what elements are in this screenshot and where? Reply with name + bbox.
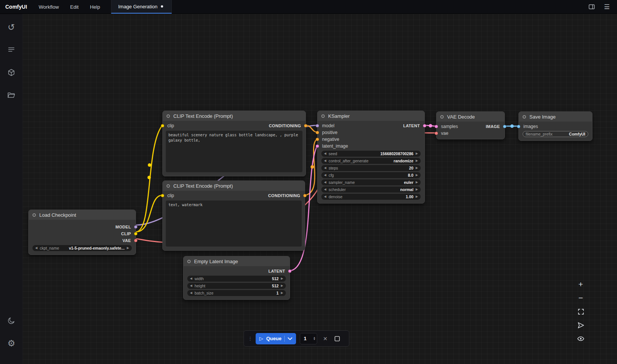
node-library-cube-icon[interactable]: [4, 65, 19, 80]
increment-arrow-icon[interactable]: ▶: [416, 181, 418, 184]
app-logo[interactable]: ComfyUI: [0, 0, 33, 14]
node-header[interactable]: CLIP Text Encode (Prompt): [163, 181, 305, 191]
increment-arrow-icon[interactable]: ▶: [281, 292, 283, 295]
settings-gear-icon[interactable]: ⚙: [4, 336, 19, 350]
collapse-toggle[interactable]: [167, 184, 170, 188]
clear-queue-icon[interactable]: ✕: [321, 335, 329, 343]
collapse-toggle[interactable]: [187, 260, 191, 263]
input-dot-latent-image[interactable]: [316, 145, 319, 148]
collapse-toggle[interactable]: [523, 115, 526, 119]
fit-view-icon[interactable]: [576, 307, 585, 316]
output-dot-conditioning[interactable]: [304, 124, 307, 128]
decrement-arrow-icon[interactable]: ◀: [324, 174, 326, 177]
node-clip-text-encode-positive[interactable]: CLIP Text Encode (Prompt) clip CONDITION…: [162, 111, 306, 176]
decrement-arrow-icon[interactable]: ◀: [35, 247, 37, 250]
widget-width[interactable]: ◀ width 512 ▶: [187, 276, 286, 282]
log-list-icon[interactable]: [4, 43, 19, 57]
node-header[interactable]: Load Checkpoint: [29, 210, 136, 220]
decrement-arrow-icon[interactable]: ◀: [324, 167, 326, 170]
zoom-in-icon[interactable]: +: [576, 280, 585, 289]
select-mode-arrow-icon[interactable]: [576, 321, 585, 330]
widget-ckpt-name[interactable]: ◀ ckpt_name v1-5-pruned-emaonly.safete..…: [32, 245, 132, 251]
batch-count-input[interactable]: 1 ▴ ▾: [300, 333, 317, 344]
node-vae-decode[interactable]: VAE Decode samples IMAGE vae: [436, 111, 505, 139]
output-dot-latent[interactable]: [288, 270, 292, 273]
node-header[interactable]: KSampler: [318, 111, 424, 121]
collapse-toggle[interactable]: [32, 213, 36, 217]
node-header[interactable]: CLIP Text Encode (Prompt): [163, 111, 305, 121]
input-dot-clip[interactable]: [161, 194, 164, 197]
node-canvas[interactable]: Load Checkpoint MODEL CLIP VAE ◀: [23, 14, 617, 364]
toggle-visibility-eye-icon[interactable]: [576, 334, 585, 343]
collapse-toggle[interactable]: [321, 114, 325, 118]
increment-arrow-icon[interactable]: ▶: [416, 159, 418, 162]
decrement-arrow-icon[interactable]: ◀: [324, 181, 326, 184]
tab-image-generation[interactable]: Image Generation: [111, 0, 172, 14]
decrement-arrow-icon[interactable]: ◀: [190, 292, 192, 295]
prompt-textarea[interactable]: text, watermark: [166, 201, 302, 247]
prompt-textarea[interactable]: beautiful scenery nature glass bottle la…: [166, 131, 302, 172]
widget-control-after-generate[interactable]: ◀ control_after_generate randomize ▶: [321, 158, 421, 164]
decrement-arrow-icon[interactable]: ◀: [190, 277, 192, 280]
widget-steps[interactable]: ◀ steps 20 ▶: [321, 165, 421, 171]
step-down-icon[interactable]: ▾: [313, 339, 315, 341]
decrement-arrow-icon[interactable]: ◀: [324, 159, 326, 162]
zoom-out-icon[interactable]: −: [576, 293, 585, 302]
decrement-arrow-icon[interactable]: ◀: [324, 195, 326, 198]
output-dot-model[interactable]: [134, 225, 137, 229]
workflows-folder-icon[interactable]: [4, 88, 19, 102]
queue-button[interactable]: ▷ Queue: [256, 333, 296, 344]
menu-help[interactable]: Help: [84, 0, 106, 14]
increment-arrow-icon[interactable]: ▶: [416, 195, 418, 198]
widget-filename-prefix[interactable]: filename_prefix ComfyUI: [523, 131, 588, 137]
widget-height[interactable]: ◀ height 512 ▶: [187, 283, 286, 289]
output-dot-image[interactable]: [503, 125, 506, 128]
node-header[interactable]: VAE Decode: [437, 112, 504, 122]
widget-seed[interactable]: ◀ seed 156680208700286 ▶: [321, 151, 421, 157]
increment-arrow-icon[interactable]: ▶: [281, 284, 283, 287]
output-dot-clip[interactable]: [134, 232, 137, 236]
input-dot-model[interactable]: [316, 124, 319, 128]
increment-arrow-icon[interactable]: ▶: [416, 174, 418, 177]
chevron-down-icon[interactable]: [288, 337, 292, 340]
increment-arrow-icon[interactable]: ▶: [416, 167, 418, 170]
widget-batch-size[interactable]: ◀ batch_size 1 ▶: [187, 290, 286, 296]
input-dot-samples[interactable]: [435, 125, 438, 128]
input-dot-clip[interactable]: [161, 124, 164, 128]
node-empty-latent-image[interactable]: Empty Latent Image LATENT ◀ width 512 ▶ …: [183, 256, 290, 300]
stop-icon[interactable]: [333, 335, 341, 343]
decrement-arrow-icon[interactable]: ◀: [324, 152, 326, 155]
widget-denoise[interactable]: ◀ denoise 1.00 ▶: [321, 194, 421, 200]
decrement-arrow-icon[interactable]: ◀: [324, 188, 326, 191]
drag-handle-icon[interactable]: ⋮: [248, 336, 252, 341]
input-dot-negative[interactable]: [316, 138, 319, 141]
node-header[interactable]: Save Image: [519, 112, 592, 122]
node-clip-text-encode-negative[interactable]: CLIP Text Encode (Prompt) clip CONDITION…: [162, 180, 305, 251]
hamburger-menu-icon[interactable]: ☰: [602, 2, 612, 12]
input-dot-images[interactable]: [517, 125, 520, 128]
node-header[interactable]: Empty Latent Image: [184, 256, 290, 266]
output-dot-latent[interactable]: [423, 124, 426, 128]
node-save-image[interactable]: Save Image images filename_prefix ComfyU…: [518, 111, 592, 141]
widget-cfg[interactable]: ◀ cfg 8.0 ▶: [321, 172, 421, 178]
node-load-checkpoint[interactable]: Load Checkpoint MODEL CLIP VAE ◀: [28, 210, 136, 255]
collapse-toggle[interactable]: [440, 115, 444, 119]
output-dot-conditioning[interactable]: [303, 194, 307, 197]
theme-moon-icon[interactable]: [4, 313, 19, 328]
widget-scheduler[interactable]: ◀ scheduler normal ▶: [321, 187, 421, 193]
increment-arrow-icon[interactable]: ▶: [281, 277, 283, 280]
history-icon[interactable]: ↺: [4, 20, 19, 34]
increment-arrow-icon[interactable]: ▶: [416, 152, 418, 155]
menu-edit[interactable]: Edit: [65, 0, 84, 14]
increment-arrow-icon[interactable]: ▶: [416, 188, 418, 191]
collapse-toggle[interactable]: [167, 114, 170, 118]
menu-workflow[interactable]: Workflow: [33, 0, 65, 14]
increment-arrow-icon[interactable]: ▶: [127, 247, 129, 250]
node-ksampler[interactable]: KSampler model LATENT positive negative: [317, 111, 425, 204]
input-dot-positive[interactable]: [316, 131, 319, 134]
widget-sampler-name[interactable]: ◀ sampler_name euler ▶: [321, 179, 421, 185]
input-dot-vae[interactable]: [435, 132, 438, 135]
decrement-arrow-icon[interactable]: ◀: [190, 284, 192, 287]
panel-toggle-icon[interactable]: [587, 2, 597, 12]
output-dot-vae[interactable]: [134, 239, 137, 242]
